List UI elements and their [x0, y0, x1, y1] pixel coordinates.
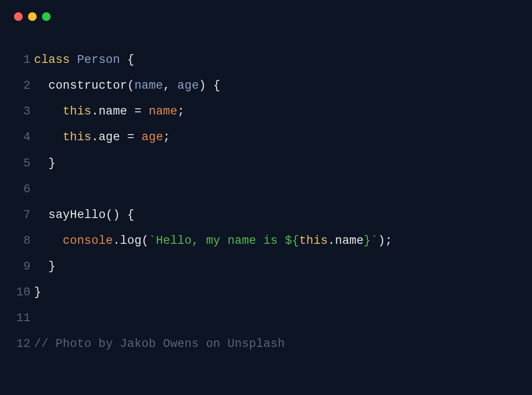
code-token — [120, 208, 127, 222]
code-token: name — [149, 105, 178, 118]
code-token: ); — [378, 234, 392, 247]
code-editor[interactable]: 1class Person {2 constructor(name, age) … — [13, 47, 519, 357]
code-token — [34, 208, 48, 222]
code-content[interactable]: } — [34, 151, 519, 177]
code-token: . — [113, 234, 120, 247]
code-token — [120, 131, 127, 144]
code-token: `Hello, my name is — [149, 234, 285, 247]
line-number: 9 — [13, 254, 34, 280]
line-number: 11 — [13, 305, 34, 331]
line-number: 3 — [13, 99, 34, 125]
code-token — [135, 131, 142, 144]
line-number: 2 — [13, 73, 34, 99]
code-token: ) — [199, 79, 206, 92]
code-token: . — [91, 105, 98, 118]
code-content[interactable]: this.age = age; — [34, 125, 519, 150]
code-content[interactable]: this.name = name; — [34, 99, 519, 125]
code-token: class — [34, 53, 70, 66]
code-line[interactable]: 9 } — [13, 254, 519, 280]
code-token: } — [34, 286, 41, 299]
code-line[interactable]: 7 sayHello() { — [13, 202, 519, 228]
code-token — [34, 234, 63, 247]
code-content[interactable]: } — [34, 254, 519, 280]
code-token: ; — [163, 131, 170, 144]
code-token: ${ — [285, 234, 299, 247]
code-token: ( — [127, 79, 134, 92]
code-token: = — [135, 105, 142, 118]
line-number: 4 — [13, 125, 34, 150]
code-token: // Photo by Jakob Owens on Unsplash — [34, 337, 285, 350]
line-number: 5 — [13, 151, 34, 177]
code-line[interactable]: 10} — [13, 280, 519, 305]
code-line[interactable]: 2 constructor(name, age) { — [13, 73, 519, 99]
code-content[interactable]: // Photo by Jakob Owens on Unsplash — [34, 331, 519, 357]
code-content[interactable] — [34, 177, 519, 202]
code-line[interactable]: 12// Photo by Jakob Owens on Unsplash — [13, 331, 519, 357]
code-token: constructor — [48, 79, 127, 92]
code-token: ( — [142, 234, 149, 247]
code-line[interactable]: 3 this.name = name; — [13, 99, 519, 125]
code-content[interactable]: constructor(name, age) { — [34, 73, 519, 99]
minimize-window-button[interactable] — [28, 12, 37, 21]
code-token: console — [63, 234, 113, 247]
code-content[interactable]: class Person { — [34, 47, 519, 73]
code-token: . — [91, 131, 98, 144]
code-window: 1class Person {2 constructor(name, age) … — [0, 0, 532, 395]
code-token: this — [299, 234, 328, 247]
code-token: name — [335, 234, 364, 247]
close-window-button[interactable] — [14, 12, 23, 21]
code-token: Person — [77, 53, 120, 66]
code-token: { — [213, 79, 220, 92]
code-token — [34, 79, 48, 92]
code-token: age — [177, 79, 199, 92]
code-token — [70, 53, 77, 66]
code-line[interactable]: 5 } — [13, 151, 519, 177]
code-content[interactable]: console.log(`Hello, my name is ${this.na… — [34, 228, 519, 254]
code-token: . — [328, 234, 335, 247]
line-number: 8 — [13, 228, 34, 254]
code-line[interactable]: 1class Person { — [13, 47, 519, 73]
window-traffic-lights — [13, 12, 519, 21]
code-content[interactable]: } — [34, 280, 519, 305]
zoom-window-button[interactable] — [42, 12, 51, 21]
line-number: 12 — [13, 331, 34, 357]
code-token — [170, 79, 177, 92]
code-token: age — [142, 131, 163, 144]
code-line[interactable]: 4 this.age = age; — [13, 125, 519, 150]
code-token: } — [48, 260, 55, 273]
line-number: 10 — [13, 280, 34, 305]
code-line[interactable]: 6 — [13, 177, 519, 202]
code-line[interactable]: 8 console.log(`Hello, my name is ${this.… — [13, 228, 519, 254]
code-token: { — [127, 53, 134, 66]
code-token: ; — [177, 105, 184, 118]
code-token — [34, 260, 48, 273]
code-token — [127, 105, 134, 118]
code-token: { — [127, 208, 134, 222]
code-token: } — [48, 157, 55, 170]
line-number: 1 — [13, 47, 34, 73]
code-token — [142, 105, 149, 118]
code-token: this — [63, 131, 92, 144]
code-token: , — [163, 79, 170, 92]
code-token — [120, 53, 127, 66]
code-token: sayHello — [48, 208, 106, 222]
code-token — [34, 131, 63, 144]
code-token: log — [120, 234, 142, 247]
code-token: this — [63, 105, 92, 118]
code-token — [206, 79, 213, 92]
line-number: 6 — [13, 177, 34, 202]
code-token: () — [106, 208, 120, 222]
code-token: name — [99, 105, 128, 118]
code-token: ` — [371, 234, 378, 247]
code-token: age — [99, 131, 120, 144]
code-token — [34, 105, 63, 118]
code-token: = — [127, 131, 134, 144]
code-token: name — [135, 79, 163, 92]
code-token — [34, 157, 48, 170]
code-content[interactable]: sayHello() { — [34, 202, 519, 228]
line-number: 7 — [13, 202, 34, 228]
code-content[interactable] — [34, 305, 519, 331]
code-token: } — [364, 234, 371, 247]
code-line[interactable]: 11 — [13, 305, 519, 331]
